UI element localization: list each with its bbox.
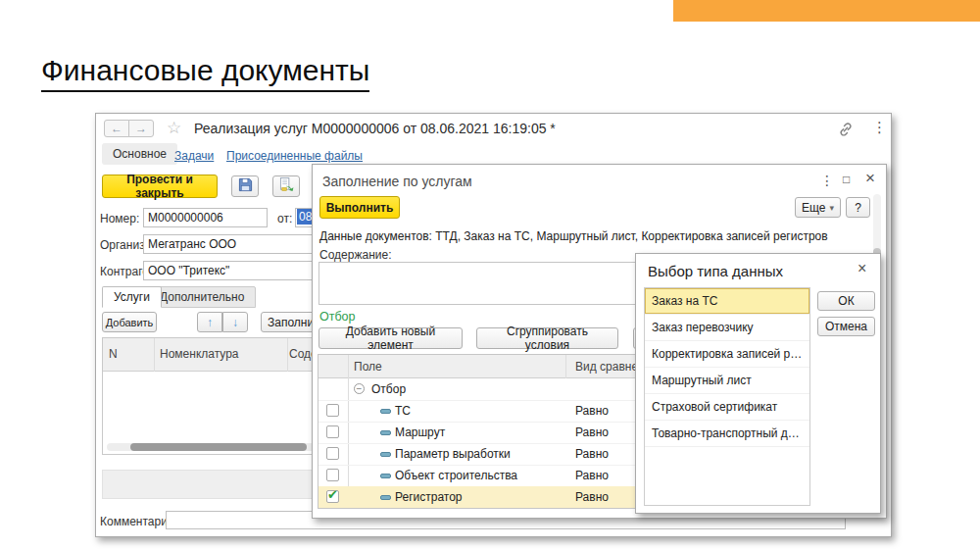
tab-tasks[interactable]: Задачи bbox=[174, 149, 214, 163]
dialog-title: Заполнение по услугам bbox=[322, 174, 472, 189]
field-dash-icon bbox=[380, 409, 391, 414]
checkbox-checked[interactable]: ✔ bbox=[326, 490, 339, 503]
field-dash-icon bbox=[380, 430, 391, 435]
services-table: N Номенклатура Содержание bbox=[102, 337, 324, 455]
back-button[interactable]: ← bbox=[104, 120, 129, 137]
checkbox[interactable] bbox=[326, 425, 339, 438]
maximize-icon[interactable]: □ bbox=[843, 173, 850, 186]
tab-attached-files[interactable]: Присоединенные файлы bbox=[226, 149, 363, 163]
filter-field-label: Маршрут bbox=[395, 425, 445, 439]
more-button[interactable]: Еще ▾ bbox=[795, 197, 841, 218]
link-icon[interactable] bbox=[838, 122, 854, 141]
move-up-button[interactable]: ↑ bbox=[197, 312, 222, 332]
services-table-hscrollbar[interactable] bbox=[107, 443, 319, 451]
list-item[interactable]: Заказ перевозчику bbox=[645, 315, 809, 341]
create-based-on-icon bbox=[278, 177, 295, 195]
col-n: N bbox=[109, 347, 118, 361]
window-title: Реализация услуг М0000000006 от 08.06.20… bbox=[194, 121, 556, 136]
filter-comparison-label: Равно bbox=[575, 404, 609, 418]
number-field[interactable]: М0000000006 bbox=[143, 208, 268, 227]
number-label: Номер: bbox=[100, 212, 139, 225]
checkbox[interactable] bbox=[326, 404, 339, 417]
move-down-button[interactable]: ↓ bbox=[222, 312, 248, 332]
data-type-dialog: Выбор типа данных × Заказ на ТС Заказ пе… bbox=[635, 253, 881, 514]
filter-section-title: Отбор bbox=[319, 310, 356, 324]
list-item[interactable]: Маршрутный лист bbox=[645, 368, 809, 394]
execute-button[interactable]: Выполнить bbox=[319, 196, 400, 219]
filter-field-label: Регистратор bbox=[395, 490, 463, 504]
close-icon[interactable]: × bbox=[858, 260, 866, 277]
save-icon bbox=[238, 177, 253, 195]
list-item-selected[interactable]: Заказ на ТС bbox=[645, 288, 809, 315]
list-item[interactable]: Корректировка записей регистров bbox=[645, 341, 809, 368]
documents-info: Данные документов: ТТД, Заказ на ТС, Мар… bbox=[319, 229, 828, 243]
close-icon[interactable]: × bbox=[865, 169, 875, 188]
collapse-icon[interactable]: − bbox=[354, 383, 365, 394]
checkbox[interactable] bbox=[326, 469, 339, 481]
slide-canvas: Финансовые документы ← → ☆ Реализация ус… bbox=[0, 0, 980, 550]
list-item[interactable]: Товарно-транспортный документ bbox=[645, 421, 809, 447]
counterparty-field[interactable]: ООО "Тритекс" bbox=[143, 261, 325, 280]
help-button[interactable]: ? bbox=[846, 197, 870, 218]
filter-field-label: Параметр выработки bbox=[395, 447, 511, 461]
filter-field-label: Объект строительства bbox=[395, 469, 517, 482]
filter-comparison-label: Равно bbox=[575, 425, 609, 439]
forward-button[interactable]: → bbox=[128, 120, 154, 137]
tab-main[interactable]: Основное bbox=[102, 143, 177, 165]
organization-field[interactable]: Мегатранс ООО bbox=[143, 234, 325, 254]
kebab-menu-icon[interactable]: ⋮ bbox=[820, 173, 834, 188]
field-dash-icon bbox=[380, 495, 391, 500]
ok-button[interactable]: ОК bbox=[817, 291, 875, 311]
field-dash-icon bbox=[380, 452, 391, 457]
slide-title: Финансовые документы bbox=[41, 54, 369, 92]
create-based-on-button[interactable] bbox=[272, 175, 300, 197]
tab-additional[interactable]: Дополнительно bbox=[148, 286, 256, 308]
tab-services[interactable]: Услуги bbox=[102, 286, 162, 308]
more-button-label: Еще bbox=[802, 201, 825, 215]
add-filter-element-button[interactable]: Добавить новый элемент bbox=[318, 327, 463, 349]
check-icon: ✔ bbox=[327, 488, 338, 501]
favorite-star-icon[interactable]: ☆ bbox=[167, 118, 181, 138]
cancel-button[interactable]: Отмена bbox=[817, 317, 875, 336]
post-and-close-button[interactable]: Провести и закрыть bbox=[102, 175, 218, 198]
dialog-title: Выбор типа данных bbox=[648, 263, 783, 279]
chevron-down-icon: ▾ bbox=[829, 203, 834, 213]
field-dash-icon bbox=[380, 474, 391, 478]
filter-field-label: ТС bbox=[395, 404, 411, 418]
list-item[interactable]: Страховой сертификат bbox=[645, 394, 809, 421]
save-button[interactable] bbox=[231, 175, 259, 197]
data-type-list: Заказ на ТС Заказ перевозчику Корректиро… bbox=[644, 287, 810, 506]
checkbox[interactable] bbox=[326, 447, 339, 460]
content-label: Содержание: bbox=[319, 248, 391, 262]
group-conditions-button[interactable]: Сгруппировать условия bbox=[476, 327, 618, 349]
add-row-button[interactable]: Добавить bbox=[102, 312, 157, 332]
col-nomenclature: Номенклатура bbox=[160, 347, 239, 361]
filter-group-label: Отбор bbox=[371, 382, 406, 396]
filter-comparison-label: Равно bbox=[575, 469, 609, 482]
orange-accent-bar bbox=[673, 0, 980, 22]
kebab-menu-icon[interactable]: ⋮ bbox=[872, 119, 887, 136]
date-label: от: bbox=[277, 212, 292, 225]
filter-comparison-label: Равно bbox=[575, 490, 609, 504]
col-field: Поле bbox=[354, 360, 382, 374]
filter-comparison-label: Равно bbox=[575, 447, 609, 461]
